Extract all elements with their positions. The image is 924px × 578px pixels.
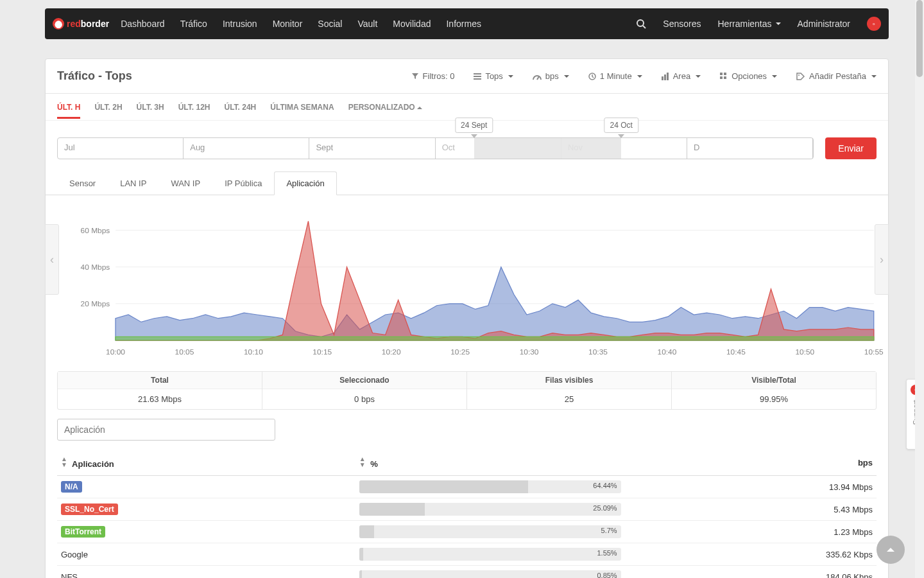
range-start-handle[interactable]: 24 Sept bbox=[455, 118, 493, 133]
app-tag[interactable]: N/A bbox=[61, 481, 82, 493]
app-tag[interactable]: BitTorrent bbox=[61, 526, 105, 538]
cell-app: Google bbox=[57, 543, 355, 566]
panel-header: Tráfico - Tops Filtros: 0 Tops bps 1 Min… bbox=[46, 59, 888, 94]
tool-granularity[interactable]: 1 Minute bbox=[588, 71, 642, 81]
table-row[interactable]: SSL_No_Cert25.09%5.43 Mbps bbox=[57, 498, 877, 521]
tool-tops[interactable]: Tops bbox=[474, 71, 513, 81]
cell-app: BitTorrent bbox=[57, 521, 355, 543]
nav-monitor[interactable]: Monitor bbox=[273, 19, 303, 29]
timeline-selection[interactable] bbox=[474, 138, 622, 159]
svg-text:10:45: 10:45 bbox=[726, 348, 746, 356]
nav-dashboard[interactable]: Dashboard bbox=[121, 19, 165, 29]
tool-filtros-label: Filtros: 0 bbox=[423, 71, 455, 81]
pct-bar: 64.44% bbox=[359, 480, 621, 493]
table-row[interactable]: Google1.55%335.62 Kbps bbox=[57, 543, 877, 566]
pct-bar: 1.55% bbox=[359, 548, 621, 561]
col-pct[interactable]: ▲▼ % bbox=[355, 450, 625, 476]
svg-rect-13 bbox=[724, 76, 726, 79]
chart-next-button[interactable]: › bbox=[875, 224, 889, 295]
svg-text:40 Mbps: 40 Mbps bbox=[81, 263, 110, 271]
nav-sensores[interactable]: Sensores bbox=[663, 19, 701, 29]
timeline-month-sept[interactable]: Sept bbox=[309, 138, 435, 159]
pct-bar: 25.09% bbox=[359, 503, 621, 516]
pct-bar-label: 5.7% bbox=[601, 527, 617, 534]
pct-bar-label: 1.55% bbox=[597, 549, 617, 557]
gauge-icon bbox=[533, 73, 542, 80]
range-ult-24h[interactable]: ÚLT. 24H bbox=[225, 103, 257, 119]
caret-down-icon bbox=[776, 22, 781, 25]
user-avatar[interactable]: ◦ bbox=[867, 17, 881, 31]
cell-bps: 5.43 Mbps bbox=[625, 498, 877, 521]
caret-down-icon bbox=[871, 75, 877, 78]
tool-charttype-label: Area bbox=[673, 71, 690, 81]
time-range-tabs: ÚLT. H ÚLT. 2H ÚLT. 3H ÚLT. 12H ÚLT. 24H… bbox=[46, 94, 888, 121]
table-row[interactable]: NFS0.85%184.06 Kbps bbox=[57, 566, 877, 579]
timeline-month-jul[interactable]: Jul bbox=[58, 138, 184, 159]
pct-bar: 0.85% bbox=[359, 570, 621, 578]
tab-aplicacion[interactable]: Aplicación bbox=[274, 171, 336, 195]
caret-down-icon bbox=[772, 75, 777, 78]
summary-total-header: Total bbox=[58, 372, 262, 389]
brand-logo[interactable]: ⬤ redborder bbox=[53, 18, 109, 30]
svg-rect-9 bbox=[667, 73, 669, 80]
cell-pct: 5.7% bbox=[355, 521, 625, 543]
tool-opciones[interactable]: Opciones bbox=[720, 71, 777, 81]
tool-addtab[interactable]: Añadir Pestaña bbox=[796, 71, 877, 81]
sort-icon: ▲▼ bbox=[359, 456, 366, 468]
nav-admin[interactable]: Administrator bbox=[798, 19, 850, 29]
filter-icon bbox=[411, 73, 419, 80]
application-filter-input[interactable] bbox=[57, 419, 275, 441]
svg-text:10:15: 10:15 bbox=[312, 348, 332, 356]
tab-sensor[interactable]: Sensor bbox=[57, 171, 108, 195]
svg-point-14 bbox=[798, 74, 800, 76]
svg-text:10:50: 10:50 bbox=[795, 348, 814, 356]
tool-filtros[interactable]: Filtros: 0 bbox=[411, 71, 455, 81]
range-ult-2h[interactable]: ÚLT. 2H bbox=[94, 103, 122, 119]
nav-herramientas[interactable]: Herramientas bbox=[718, 19, 781, 29]
svg-text:10:40: 10:40 bbox=[658, 348, 677, 356]
range-end-tri-icon bbox=[618, 134, 624, 138]
tab-ip-publica[interactable]: IP Pública bbox=[212, 171, 274, 195]
nav-vault[interactable]: Vault bbox=[357, 19, 377, 29]
scrollbar-thumb[interactable] bbox=[916, 0, 923, 77]
chevron-up-icon bbox=[885, 544, 896, 556]
svg-rect-10 bbox=[720, 73, 723, 75]
nav-social[interactable]: Social bbox=[318, 19, 342, 29]
submit-range-button[interactable]: Enviar bbox=[825, 137, 877, 159]
table-row[interactable]: N/A64.44%13.94 Mbps bbox=[57, 476, 877, 498]
chart-prev-button[interactable]: ‹ bbox=[45, 224, 59, 295]
timeline-month-dec[interactable]: D bbox=[687, 138, 813, 159]
tool-charttype[interactable]: Area bbox=[662, 71, 701, 81]
range-end-handle[interactable]: 24 Oct bbox=[604, 118, 638, 133]
svg-line-1 bbox=[643, 26, 646, 28]
app-tag[interactable]: SSL_No_Cert bbox=[61, 504, 118, 515]
col-bps[interactable]: bps bbox=[625, 450, 877, 476]
range-ult-12h[interactable]: ÚLT. 12H bbox=[178, 103, 210, 119]
page-scrollbar[interactable] bbox=[915, 0, 924, 578]
nav-trafico[interactable]: Tráfico bbox=[180, 19, 207, 29]
timeline-month-aug[interactable]: Aug bbox=[184, 138, 309, 159]
range-ultima-semana[interactable]: ÚLTIMA SEMANA bbox=[270, 103, 334, 119]
range-personalizado[interactable]: PERSONALIZADO bbox=[348, 103, 422, 119]
tool-bps-label: bps bbox=[545, 71, 559, 81]
nav-movilidad[interactable]: Movilidad bbox=[393, 19, 431, 29]
caret-down-icon bbox=[637, 75, 642, 78]
month-timeline[interactable]: Jul Aug Sept Oct Nov D 24 Sept 24 Oct bbox=[57, 137, 814, 159]
nav-informes[interactable]: Informes bbox=[446, 19, 481, 29]
scroll-to-top-button[interactable] bbox=[877, 536, 905, 564]
tab-wan-ip[interactable]: WAN IP bbox=[158, 171, 212, 195]
table-row[interactable]: BitTorrent5.7%1.23 Mbps bbox=[57, 521, 877, 543]
tool-bps[interactable]: bps bbox=[533, 71, 569, 81]
range-ult-3h[interactable]: ÚLT. 3H bbox=[137, 103, 164, 119]
search-icon[interactable] bbox=[636, 19, 646, 29]
summary-ratio-value: 99.95% bbox=[672, 389, 876, 409]
range-ult-h[interactable]: ÚLT. H bbox=[57, 103, 80, 119]
nav-intrusion[interactable]: Intrusion bbox=[223, 19, 257, 29]
range-start-tri-icon bbox=[471, 134, 477, 138]
svg-point-0 bbox=[637, 20, 644, 26]
col-app[interactable]: ▲▼ Aplicación bbox=[57, 450, 355, 476]
tab-lan-ip[interactable]: LAN IP bbox=[108, 171, 158, 195]
main-panel: Tráfico - Tops Filtros: 0 Tops bps 1 Min… bbox=[45, 58, 889, 578]
chart-container: ‹ › 20 Mbps40 Mbps60 Mbps10:0010:0510:10… bbox=[46, 195, 888, 366]
custom-range-row: Jul Aug Sept Oct Nov D 24 Sept 24 Oct En… bbox=[46, 121, 888, 167]
